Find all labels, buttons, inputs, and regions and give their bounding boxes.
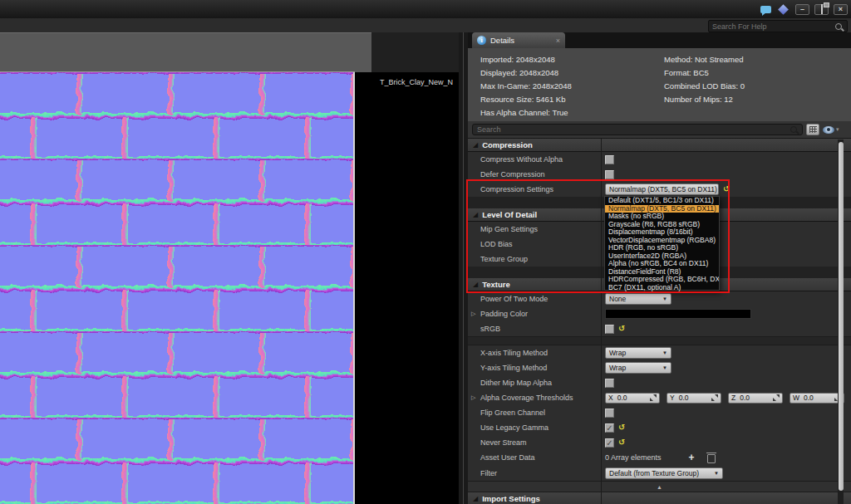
eye-icon [823, 126, 834, 134]
dither-checkbox[interactable] [605, 379, 614, 388]
drag-handle-icon[interactable] [650, 394, 657, 401]
feedback-bubble-icon[interactable] [760, 6, 771, 13]
row-srgb: sRGB ↺ [468, 321, 851, 336]
section-title: Level Of Detail [482, 210, 537, 219]
property-grid: ◢ Compression Compress Without Alpha Def… [468, 139, 851, 504]
splitter-line [463, 32, 464, 504]
padding-color-swatch[interactable] [605, 309, 751, 319]
row-asset-user-data: Asset User Data 0 Array elements + [468, 450, 851, 465]
threshold-w-field[interactable]: W 0.0 [790, 393, 844, 404]
y-tiling-dropdown[interactable]: Wrap ▼ [605, 362, 671, 374]
marketplace-cube-icon[interactable] [778, 4, 789, 15]
reset-to-default-icon[interactable]: ↺ [618, 423, 625, 432]
section-header-import-settings[interactable]: ◢ Import Settings [468, 492, 851, 504]
chevron-down-icon: ▼ [714, 471, 719, 476]
dropdown-item[interactable]: HDR (RGB, no sRGB) [605, 244, 719, 252]
compression-settings-dropdown[interactable]: Normalmap (DXT5, BC5 on DX11) ▼ [605, 183, 719, 195]
row-power-of-two-mode: Power Of Two Mode None ▼ [468, 291, 851, 306]
preview-background: T_Brick_Clay_New_N [355, 72, 459, 504]
texture-preview[interactable] [0, 72, 353, 504]
close-button[interactable]: × [834, 4, 848, 15]
drag-handle-icon[interactable] [711, 394, 718, 401]
details-search-box[interactable] [472, 124, 803, 135]
dropdown-item[interactable]: Normalmap (DXT5, BC5 on DX11) [605, 205, 719, 213]
reset-to-default-icon[interactable]: ↺ [723, 185, 730, 193]
row-never-stream: Never Stream ✓ ↺ [468, 435, 851, 450]
tab-details[interactable]: i Details × [472, 32, 565, 48]
help-search-input[interactable] [709, 22, 835, 31]
chevron-down-icon: ▼ [662, 350, 667, 355]
grid-icon [809, 126, 817, 133]
compress-without-alpha-checkbox[interactable] [605, 155, 614, 164]
row-x-axis-tiling: X-axis Tiling Method Wrap ▼ [468, 345, 851, 360]
dropdown-item[interactable]: Grayscale (R8, RGB8 sRGB) [605, 221, 719, 229]
viewport-toolbar [0, 32, 371, 73]
property-label: Defer Compression [480, 170, 545, 179]
dropdown-item[interactable]: BC7 (DX11, optional A) [605, 284, 719, 292]
dropdown-item[interactable]: VectorDisplacementmap (RGBA8) [605, 237, 719, 245]
dropdown-value: Default (from Texture Group) [609, 469, 699, 477]
property-label: LOD Bias [480, 240, 513, 248]
scrollbar-thumb[interactable] [839, 142, 844, 491]
axis-label: Y [670, 394, 675, 402]
row-expander-icon[interactable]: ▷ [471, 394, 475, 401]
property-matrix-button[interactable] [806, 124, 819, 135]
section-expand-icon: ◢ [473, 211, 478, 218]
info-line: Number of Mips: 12 [664, 93, 745, 106]
threshold-y-field[interactable]: Y 0.0 [667, 393, 721, 404]
reset-to-default-icon[interactable]: ↺ [618, 325, 625, 333]
threshold-x-field[interactable]: X 0.0 [605, 393, 660, 404]
reset-to-default-icon[interactable]: ↺ [618, 438, 625, 447]
use-legacy-gamma-checkbox[interactable]: ✓ [605, 423, 614, 433]
view-options-button[interactable]: ▾ [823, 126, 839, 134]
normalmap-brick-image [0, 72, 353, 504]
section-expand-icon: ◢ [473, 281, 478, 288]
dropdown-item[interactable]: DistanceFieldFont (R8) [605, 268, 719, 276]
advanced-toggle[interactable]: ▲ [468, 481, 851, 492]
property-label: Mip Gen Settings [480, 225, 538, 233]
srgb-checkbox[interactable] [605, 325, 614, 334]
x-tiling-dropdown[interactable]: Wrap ▼ [605, 347, 671, 359]
dropdown-item[interactable]: HDRCompressed (RGB, BC6H, DX11) [605, 276, 719, 284]
power-of-two-dropdown[interactable]: None ▼ [605, 293, 671, 305]
drag-handle-icon[interactable] [773, 394, 780, 401]
never-stream-checkbox[interactable]: ✓ [605, 438, 614, 448]
row-compression-settings: Compression Settings Normalmap (DXT5, BC… [468, 182, 851, 197]
dropdown-value: Normalmap (DXT5, BC5 on DX11) [609, 185, 717, 193]
texture-info-block: Imported: 2048x2048 Displayed: 2048x2048… [468, 48, 851, 122]
help-search-box[interactable] [708, 20, 848, 32]
chevron-down-icon: ▼ [662, 296, 667, 301]
dropdown-item[interactable]: Masks (no sRGB) [605, 213, 719, 221]
axis-label: X [608, 394, 613, 402]
delete-elements-icon[interactable] [707, 454, 716, 463]
property-label: Dither Mip Map Alpha [480, 379, 552, 387]
search-input[interactable] [473, 125, 790, 135]
add-element-icon[interactable]: + [689, 453, 695, 462]
panel-splitter[interactable] [459, 32, 468, 504]
property-label: Use Legacy Gamma [480, 423, 548, 432]
details-info-icon: i [477, 36, 486, 45]
tab-close-icon[interactable]: × [556, 37, 560, 45]
dropdown-item[interactable]: Alpha (no sRGB, BC4 on DX11) [605, 260, 719, 268]
row-expander-icon[interactable]: ▷ [471, 311, 475, 317]
property-label: Y-axis Tiling Method [480, 364, 547, 372]
defer-compression-checkbox[interactable] [605, 170, 614, 179]
dropdown-item[interactable]: Default (DXT1/5, BC1/3 on DX11) [605, 197, 719, 205]
minimize-button[interactable]: – [795, 4, 809, 15]
threshold-z-field[interactable]: Z 0.0 [728, 393, 783, 404]
details-scrollbar[interactable] [838, 139, 844, 504]
restore-button[interactable] [814, 4, 829, 15]
dropdown-item[interactable]: Displacementmap (8/16bit) [605, 228, 719, 237]
section-header-compression[interactable]: ◢ Compression [468, 139, 851, 152]
section-expand-icon: ◢ [473, 141, 478, 149]
dropdown-value: None [609, 295, 626, 303]
dropdown-item[interactable]: UserInterface2D (RGBA) [605, 252, 719, 261]
info-line: Max In-Game: 2048x2048 [480, 80, 572, 93]
filter-dropdown[interactable]: Default (from Texture Group) ▼ [605, 467, 723, 479]
application-window: – × [0, 0, 851, 504]
property-label: sRGB [480, 325, 500, 333]
info-line: Format: BC5 [664, 66, 745, 80]
flip-green-checkbox[interactable] [605, 409, 614, 418]
row-use-legacy-gamma: Use Legacy Gamma ✓ ↺ [468, 420, 851, 435]
dropdown-value: Wrap [609, 364, 626, 372]
